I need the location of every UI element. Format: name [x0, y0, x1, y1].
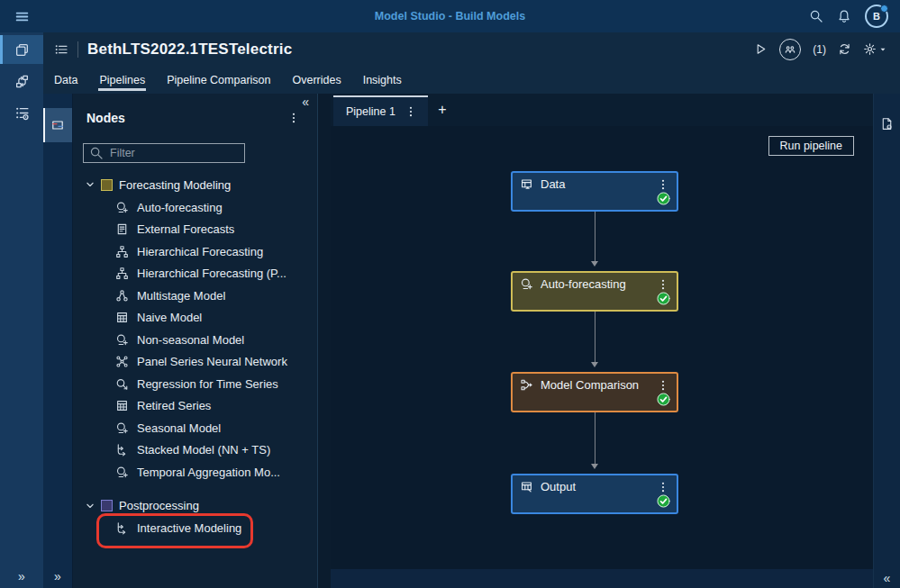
panel-splitter[interactable] [317, 94, 332, 588]
palette-item-non-seasonal-model[interactable]: Non-seasonal Model [73, 329, 317, 351]
node-kebab-icon[interactable] [657, 481, 669, 493]
tab-data[interactable]: Data [43, 66, 88, 94]
pipeline-node-output[interactable]: Output [511, 474, 678, 514]
palette-item-label: Naive Model [137, 311, 202, 324]
palette-item-temporal-aggregation-mo[interactable]: Temporal Aggregation Mo... [73, 461, 317, 484]
palette-group-postprocessing[interactable]: Postprocessing [73, 494, 317, 518]
collaborators-icon[interactable] [779, 39, 801, 60]
search-icon[interactable] [809, 9, 823, 23]
palette-item-label: External Forecasts [137, 222, 234, 236]
node-kebab-icon[interactable] [657, 278, 669, 291]
run-pipeline-button[interactable]: Run pipeline [768, 136, 855, 156]
rail-expand-chevrons[interactable]: » [0, 569, 43, 583]
document-icon [115, 222, 129, 236]
pipeline-node-auto-forecasting[interactable]: Auto-forecasting [511, 271, 678, 312]
pipeline-node-model-comparison[interactable]: Model Comparison [511, 372, 678, 412]
hamburger-menu-icon[interactable] [0, 9, 43, 24]
rail-item-branch-arrows[interactable] [0, 67, 43, 95]
tab-pipelines[interactable]: Pipelines [88, 66, 156, 94]
add-pipeline-button[interactable]: + [428, 102, 457, 118]
palette-group-forecasting-modeling[interactable]: Forecasting Modeling [73, 173, 317, 196]
nodes-panel: « Nodes Forecasting ModelingAuto-forecas… [73, 94, 317, 588]
palette-item-label: Hierarchical Forecasting [137, 245, 263, 258]
pipeline-tabstrip: Pipeline 1 + [331, 94, 874, 126]
caret-down-icon [878, 45, 887, 54]
pipelines-panel-toggle[interactable] [43, 108, 72, 142]
palette-item-retired-series[interactable]: Retired Series [73, 395, 317, 418]
palette-item-stacked-model-nn-ts[interactable]: Stacked Model (NN + TS) [73, 439, 317, 462]
list-settings-icon [14, 105, 30, 121]
chevron-down-icon[interactable] [86, 180, 95, 189]
palette-item-hierarchical-forecasting[interactable]: Hierarchical Forecasting [73, 240, 317, 263]
rail-item-list-settings[interactable] [0, 98, 43, 127]
palette-item-label: Regression for Time Series [137, 377, 278, 391]
group-color-chip [101, 500, 113, 511]
palette-item-label: Stacked Model (NN + TS) [137, 443, 270, 457]
node-palette-tree: Forecasting ModelingAuto-forecastingExte… [73, 173, 317, 539]
palette-item-auto-forecasting[interactable]: Auto-forecasting [73, 196, 317, 219]
palette-item-label: Auto-forecasting [137, 201, 223, 214]
pipeline-area: Pipeline 1 + Run pipeline DataAuto-forec… [331, 94, 874, 588]
palette-item-label: Non-seasonal Model [137, 333, 244, 347]
palette-item-external-forecasts[interactable]: External Forecasts [73, 219, 317, 241]
node-kebab-icon[interactable] [657, 379, 669, 392]
success-status-icon [657, 192, 670, 205]
panel-column: » [43, 94, 73, 588]
palette-item-multistage-model[interactable]: Multistage Model [73, 285, 317, 307]
bell-icon[interactable] [837, 9, 851, 23]
node-label: Data [541, 177, 565, 191]
run-play-icon[interactable] [754, 42, 768, 56]
palette-item-regression-for-time-series[interactable]: Regression for Time Series [73, 373, 317, 395]
pipeline-tab-kebab-icon[interactable] [405, 105, 417, 118]
stacked-pages-icon [14, 42, 30, 58]
stacked-flow-icon [115, 443, 129, 457]
group-label: Postprocessing [119, 499, 199, 512]
project-menu-icon[interactable] [54, 42, 68, 57]
connector [595, 412, 595, 467]
filter-input[interactable] [108, 146, 239, 160]
chevron-down-icon[interactable] [86, 502, 95, 511]
nodes-panel-kebab-icon[interactable] [287, 112, 300, 124]
settings-menu[interactable] [863, 42, 887, 56]
model-compare-icon [520, 378, 533, 392]
pipeline-canvas[interactable]: Run pipeline DataAuto-forecastingModel C… [331, 126, 874, 569]
tab-pipeline-comparison[interactable]: Pipeline Comparison [156, 66, 281, 94]
crystal-ball-icon [115, 333, 129, 347]
palette-item-panel-series-neural-network[interactable]: Panel Series Neural Network [73, 351, 317, 374]
palette-item-hierarchical-forecasting-p[interactable]: Hierarchical Forecasting (P... [73, 263, 317, 285]
connector [595, 212, 595, 265]
palette-item-seasonal-model[interactable]: Seasonal Model [73, 417, 317, 439]
palette-item-interactive-modeling[interactable]: Interactive Modeling [73, 518, 317, 540]
palette-item-naive-model[interactable]: Naive Model [73, 307, 317, 330]
avatar[interactable]: B [865, 5, 888, 28]
tab-pipeline-1[interactable]: Pipeline 1 [333, 95, 428, 126]
gear-icon [863, 42, 877, 56]
node-kebab-icon[interactable] [657, 178, 669, 191]
panel-collapse-chevrons[interactable]: « [302, 95, 309, 109]
connector [595, 312, 595, 366]
app-title: Model Studio - Build Models [0, 10, 900, 23]
pipeline-panel-icon [50, 118, 65, 132]
palette-item-label: Retired Series [137, 399, 211, 412]
tab-overrides[interactable]: Overrides [281, 66, 351, 94]
tab-insights[interactable]: Insights [352, 66, 413, 94]
presence-dot [880, 5, 888, 13]
right-rail-expand-chevrons[interactable]: « [874, 571, 900, 585]
top-app-bar: Model Studio - Build Models B [0, 0, 900, 32]
regression-icon [115, 377, 129, 391]
horizontal-scrollbar[interactable] [331, 569, 874, 588]
rail-item-stacked-pages[interactable] [0, 35, 43, 64]
group-color-chip [101, 179, 113, 191]
panel-expand-chevrons[interactable]: » [43, 569, 72, 583]
palette-item-label: Multistage Model [137, 289, 225, 303]
crystal-ball-icon [115, 466, 129, 479]
pipeline-properties-icon[interactable] [874, 117, 900, 131]
refresh-icon[interactable] [838, 42, 851, 56]
pipeline-node-data[interactable]: Data [511, 171, 678, 212]
branch-arrows-icon [14, 74, 30, 89]
neural-network-icon [115, 355, 129, 368]
data-table-icon [520, 177, 533, 191]
grid-table-icon [115, 399, 129, 412]
crystal-ball-icon [115, 421, 129, 435]
header: BethLTS2022.1TESTelectric (1) DataPipeli… [43, 32, 900, 94]
